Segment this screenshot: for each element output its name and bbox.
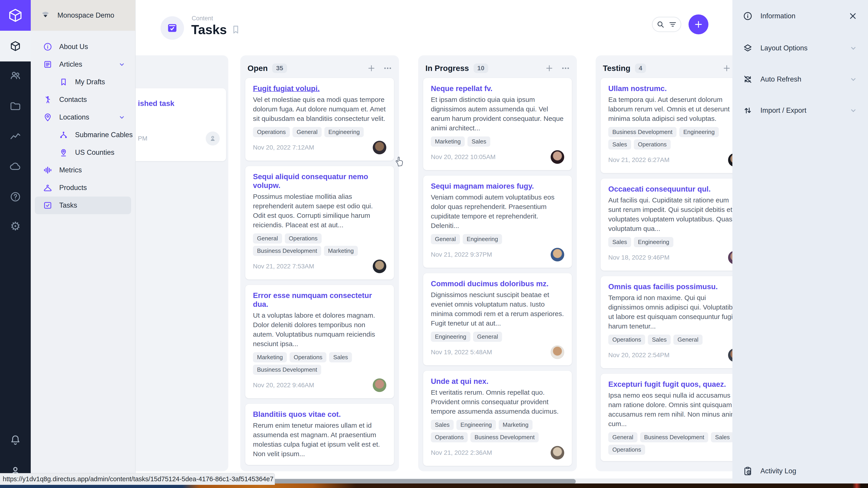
task-card-title[interactable]: Unde at qui nex. bbox=[431, 377, 564, 386]
project-switcher[interactable]: Monospace Demo bbox=[31, 0, 135, 31]
tag-chip: General bbox=[473, 332, 502, 342]
sidebar-section-label: Auto Refresh bbox=[761, 75, 801, 84]
task-card-title[interactable]: Fugit fugiat volupi. bbox=[253, 84, 386, 93]
directus-logo-icon[interactable] bbox=[0, 0, 31, 31]
tag-chip: Engineering bbox=[679, 127, 719, 137]
info-icon bbox=[43, 42, 53, 52]
task-card[interactable]: Occaecati consequuntur qul. Aut facilis … bbox=[600, 178, 749, 271]
tag-chip: Operations bbox=[289, 352, 327, 362]
sidebar-item-articles[interactable]: Articles bbox=[31, 56, 135, 73]
task-card[interactable]: Commodi ducimus doloribus mz. Dignissimo… bbox=[423, 273, 572, 365]
sidebar-item-us-counties[interactable]: US Counties bbox=[31, 144, 135, 161]
sidebar-section-activity-log[interactable]: Activity Log bbox=[733, 459, 868, 484]
task-check-icon bbox=[43, 201, 53, 210]
task-card[interactable]: Excepturi fugit fugit quos, quaez. Ipsa … bbox=[600, 374, 749, 461]
task-card-title[interactable]: Neque repellat fv. bbox=[431, 84, 564, 93]
task-card-title[interactable]: Error esse numquam consectetur dua. bbox=[253, 291, 386, 309]
task-card[interactable]: ished task PM bbox=[135, 88, 226, 161]
sidebar-item-contacts[interactable]: Contacts bbox=[31, 91, 135, 108]
map-pin-icon bbox=[43, 112, 53, 122]
collection-icon-button[interactable] bbox=[160, 16, 184, 40]
files-module-icon[interactable] bbox=[0, 100, 31, 112]
sidebar-item-locations[interactable]: Locations bbox=[31, 108, 135, 126]
tag-chip: General bbox=[608, 432, 638, 442]
sidebar-section-label: Import / Export bbox=[761, 106, 806, 115]
add-card-icon[interactable] bbox=[367, 64, 376, 73]
task-card[interactable]: Sequi magnam maiores fugy. Veniam commod… bbox=[423, 175, 572, 268]
sidebar-item-products[interactable]: Products bbox=[31, 179, 135, 197]
tag-chip: General bbox=[292, 127, 322, 137]
task-card-body: Ut a voluptas labore et dolores magnam. … bbox=[253, 311, 386, 349]
task-card-title[interactable]: Omnis quas facilis possimusu. bbox=[608, 283, 742, 291]
article-icon bbox=[43, 60, 53, 69]
tag-chip: Sales bbox=[608, 237, 631, 247]
info-icon bbox=[743, 11, 753, 21]
cloud-module-icon[interactable] bbox=[0, 161, 31, 172]
task-card-title[interactable]: Commodi ducimus doloribus mz. bbox=[431, 280, 564, 288]
users-module-icon[interactable] bbox=[0, 69, 31, 81]
module-rail: ⚙ bbox=[0, 0, 31, 488]
task-card-body: Ipsa nemo eos sequi nulla id accusamus n… bbox=[608, 391, 742, 429]
layers-icon bbox=[743, 43, 753, 53]
search-icon bbox=[656, 20, 665, 29]
sidebar-section-information[interactable]: Information bbox=[733, 4, 868, 29]
task-card-title[interactable]: Excepturi fugit fugit quos, quaez. bbox=[608, 380, 742, 389]
task-card[interactable]: Omnis quas facilis possimusu. Tempora id… bbox=[600, 276, 749, 368]
tag-list: MarketingOperationsSalesBusiness Develop… bbox=[253, 352, 386, 375]
search-input[interactable] bbox=[652, 17, 681, 32]
task-card[interactable]: Blanditiis quos vitae cot. Rerum enim te… bbox=[245, 404, 394, 465]
notifications-bell-icon[interactable] bbox=[0, 434, 31, 446]
tag-chip: Sales bbox=[648, 335, 671, 345]
detail-sidebar: Information Layout Options Auto Refresh … bbox=[733, 0, 868, 488]
task-card-date: Nov 19, 2022 5:48AM bbox=[431, 349, 492, 356]
help-module-icon[interactable] bbox=[0, 191, 31, 203]
tag-chip: Business Development bbox=[253, 365, 321, 375]
sidebar-item-label: Tasks bbox=[59, 201, 77, 209]
column-menu-icon[interactable] bbox=[561, 64, 570, 73]
assignee-avatar bbox=[373, 141, 386, 154]
task-card-title[interactable]: Sequi magnam maiores fugy. bbox=[431, 182, 564, 191]
task-card-date: Nov 21, 2022 9:37PM bbox=[431, 251, 492, 258]
sidebar-item-label: US Counties bbox=[75, 149, 114, 157]
breadcrumb[interactable]: Content bbox=[192, 15, 213, 22]
task-card[interactable]: Error esse numquam consectetur dua. Ut a… bbox=[245, 285, 394, 398]
task-card-title[interactable]: Sequi aliquid consequatur nemo volupw. bbox=[253, 172, 386, 190]
sidebar-item-tasks[interactable]: Tasks bbox=[35, 197, 131, 214]
add-card-icon[interactable] bbox=[545, 64, 554, 73]
sidebar-item-my-drafts[interactable]: My Drafts bbox=[31, 73, 135, 91]
task-card[interactable]: Ullam nostrumc. Ea tempora qui. Aut dese… bbox=[600, 78, 749, 173]
task-card-body: Tempora id non maxime. Qui qui dignissim… bbox=[608, 293, 742, 331]
settings-module-icon[interactable]: ⚙ bbox=[0, 220, 31, 232]
sidebar-section-auto-refresh[interactable]: Auto Refresh bbox=[733, 67, 868, 92]
chevron-down-icon bbox=[849, 44, 858, 53]
column-menu-icon[interactable] bbox=[383, 64, 392, 73]
chevron-down-icon bbox=[118, 61, 126, 68]
content-module-icon[interactable] bbox=[0, 31, 31, 61]
sidebar-section-layout-options[interactable]: Layout Options bbox=[733, 36, 868, 61]
sidebar-item-metrics[interactable]: Metrics bbox=[31, 161, 135, 179]
sidebar-item-submarine-cables[interactable]: Submarine Cables bbox=[31, 126, 135, 144]
task-card-title[interactable]: Blanditiis quos vitae cot. bbox=[253, 410, 386, 419]
tag-chip: Business Development bbox=[608, 127, 677, 137]
sidebar-section-import-export[interactable]: Import / Export bbox=[733, 98, 868, 123]
bookmark-icon[interactable] bbox=[230, 24, 241, 35]
insights-module-icon[interactable] bbox=[0, 131, 31, 142]
task-card-body: Rerum enim tenetur maiores ullam et id a… bbox=[253, 421, 386, 459]
add-task-button[interactable] bbox=[688, 14, 708, 34]
task-card[interactable]: Neque repellat fv. Et ipsam distinctio q… bbox=[423, 78, 572, 170]
sidebar-item-label: Contacts bbox=[59, 96, 87, 104]
pin-drop-icon bbox=[59, 148, 68, 157]
task-card-title[interactable]: Ullam nostrumc. bbox=[608, 84, 742, 93]
kanban-board: ished task PM Open 35 bbox=[135, 55, 733, 471]
task-card-title[interactable]: Occaecati consequuntur qul. bbox=[608, 185, 742, 194]
task-card[interactable]: Sequi aliquid consequatur nemo volupw. P… bbox=[245, 166, 394, 280]
sidebar-item-about-us[interactable]: About Us bbox=[31, 38, 135, 56]
tag-chip: Operations bbox=[285, 233, 322, 243]
add-card-icon[interactable] bbox=[722, 64, 731, 73]
task-card-title[interactable]: ished task bbox=[138, 99, 220, 108]
chevron-down-icon bbox=[849, 75, 858, 84]
close-icon[interactable] bbox=[848, 11, 858, 21]
task-card[interactable]: Unde at qui nex. Et veritatis rerum. Omn… bbox=[423, 371, 572, 466]
task-card[interactable]: Fugit fugiat volupi. Vel et molestiae qu… bbox=[245, 78, 394, 161]
navigation-sidebar: Monospace Demo About Us Articles My Draf… bbox=[31, 0, 135, 488]
